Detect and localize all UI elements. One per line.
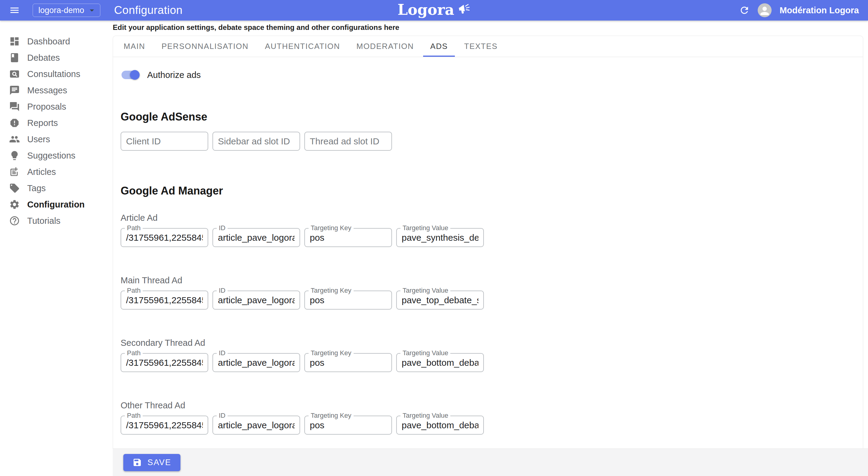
page-subtitle: Edit your application settings, debate s… — [113, 23, 868, 32]
outlined-field: Path — [121, 228, 208, 247]
sidebar-item-dashboard[interactable]: Dashboard — [0, 33, 113, 49]
adsense-field — [121, 132, 208, 151]
page-title: Configuration — [114, 4, 183, 16]
client-id-input[interactable] — [121, 132, 208, 151]
user-name: Modération Logora — [779, 5, 859, 15]
app-root: logora-demo Configuration Logora Modérat… — [0, 0, 868, 476]
page-search-icon — [9, 69, 20, 79]
sidebar-item-debates[interactable]: Debates — [0, 49, 113, 66]
tab-authentication[interactable]: AUTHENTICATION — [256, 36, 348, 57]
field-label: Targeting Key — [309, 286, 353, 295]
configuration-card: MAIN PERSONNALISATION AUTHENTICATION MOD… — [113, 36, 863, 448]
field-label: Path — [125, 286, 143, 295]
outlined-field: ID — [213, 228, 300, 247]
sidebar-item-label: Consultations — [27, 69, 81, 79]
sidebar-item-messages[interactable]: Messages — [0, 82, 113, 98]
sidebar-ad-slot-id-input[interactable] — [213, 132, 300, 151]
thread-ad-slot-id-input[interactable] — [304, 132, 392, 151]
report-icon — [9, 117, 20, 128]
main-thread-ad-fields: Path ID Targeting Key — [121, 291, 863, 310]
subsection-title: Other Thread Ad — [121, 401, 863, 410]
authorize-ads-toggle[interactable] — [122, 71, 139, 79]
sidebar: Dashboard Debates Consultations Messages… — [0, 21, 113, 476]
adsense-section-title: Google AdSense — [121, 110, 863, 123]
sidebar-item-consultations[interactable]: Consultations — [0, 66, 113, 82]
sidebar-item-tags[interactable]: Tags — [0, 180, 113, 196]
field-label: Path — [125, 412, 143, 419]
field-label: Targeting Key — [309, 412, 353, 419]
menu-icon[interactable] — [9, 5, 20, 16]
field-label: Targeting Value — [400, 349, 450, 357]
outlined-field: Targeting Key — [304, 353, 392, 372]
tab-bar: MAIN PERSONNALISATION AUTHENTICATION MOD… — [113, 36, 863, 57]
main-content: Edit your application settings, debate s… — [113, 21, 868, 476]
space-selector-dropdown[interactable]: logora-demo — [33, 4, 100, 17]
space-selector-label: logora-demo — [38, 6, 84, 15]
sidebar-item-label: Dashboard — [27, 37, 70, 46]
outlined-field: Targeting Key — [304, 228, 392, 247]
outlined-field: ID — [213, 291, 300, 310]
sidebar-item-label: Messages — [27, 86, 67, 96]
field-label: ID — [217, 412, 227, 419]
sidebar-item-label: Configuration — [27, 200, 85, 210]
field-label: Path — [125, 224, 143, 232]
avatar[interactable] — [758, 3, 772, 17]
outlined-field: Targeting Key — [304, 416, 392, 435]
field-label: Targeting Value — [400, 286, 450, 295]
field-label: Targeting Key — [309, 349, 353, 357]
tab-personnalisation[interactable]: PERSONNALISATION — [153, 36, 256, 57]
topbar-actions: Modération Logora — [739, 3, 859, 17]
save-button[interactable]: SAVE — [123, 454, 180, 471]
adsense-fields — [121, 132, 863, 151]
help-icon — [9, 215, 20, 226]
sidebar-item-label: Proposals — [27, 102, 66, 112]
authorize-ads-row: Authorize ads — [121, 67, 863, 83]
sidebar-item-label: Users — [27, 134, 50, 144]
person-icon — [758, 4, 771, 17]
other-thread-ad-fields: Path ID Targeting Key — [121, 416, 863, 435]
outlined-field: Path — [121, 291, 208, 310]
ad-manager-section-title: Google Ad Manager — [121, 184, 863, 197]
sidebar-item-configuration[interactable]: Configuration — [0, 196, 113, 213]
field-label: Path — [125, 349, 143, 357]
field-label: Targeting Key — [309, 224, 353, 232]
tab-moderation[interactable]: MODERATION — [348, 36, 422, 57]
sidebar-item-reports[interactable]: Reports — [0, 115, 113, 131]
refresh-icon[interactable] — [739, 5, 750, 16]
sidebar-item-label: Reports — [27, 118, 58, 128]
field-label: Targeting Value — [400, 224, 450, 232]
article-ad-fields: Path ID Targeting Key — [121, 228, 863, 247]
field-label: Targeting Value — [400, 412, 450, 419]
tab-main[interactable]: MAIN — [116, 36, 153, 57]
secondary-thread-ad-fields: Path ID Targeting Key — [121, 353, 863, 372]
book-icon — [9, 52, 20, 63]
sidebar-item-label: Tags — [27, 183, 45, 193]
tab-textes[interactable]: TEXTES — [456, 36, 506, 57]
sidebar-item-users[interactable]: Users — [0, 131, 113, 147]
outlined-field: Targeting Value — [396, 416, 484, 435]
layout: Dashboard Debates Consultations Messages… — [0, 21, 868, 476]
sidebar-item-tutorials[interactable]: Tutorials — [0, 213, 113, 229]
outlined-field: Path — [121, 416, 208, 435]
users-icon — [9, 134, 20, 145]
logora-logo: Logora — [397, 1, 471, 18]
outlined-field: Path — [121, 353, 208, 372]
main-thread-ad-section: Main Thread Ad Path ID Targeti — [121, 275, 863, 310]
adsense-field — [304, 132, 392, 151]
megaphone-icon — [457, 1, 471, 16]
toggle-thumb — [130, 70, 140, 80]
action-footer: SAVE — [113, 448, 868, 476]
sidebar-item-proposals[interactable]: Proposals — [0, 98, 113, 115]
sidebar-item-suggestions[interactable]: Suggestions — [0, 147, 113, 164]
tab-ads[interactable]: ADS — [422, 36, 456, 57]
outlined-field: Targeting Value — [396, 291, 484, 310]
sidebar-item-label: Articles — [27, 167, 56, 177]
gear-icon — [9, 199, 20, 210]
dashboard-icon — [9, 36, 20, 47]
sidebar-item-articles[interactable]: Articles — [0, 164, 113, 180]
logo-text: Logora — [397, 1, 454, 18]
subsection-title: Article Ad — [121, 213, 863, 223]
outlined-field: ID — [213, 353, 300, 372]
sidebar-item-label: Tutorials — [27, 216, 60, 226]
outlined-field: Targeting Key — [304, 291, 392, 310]
